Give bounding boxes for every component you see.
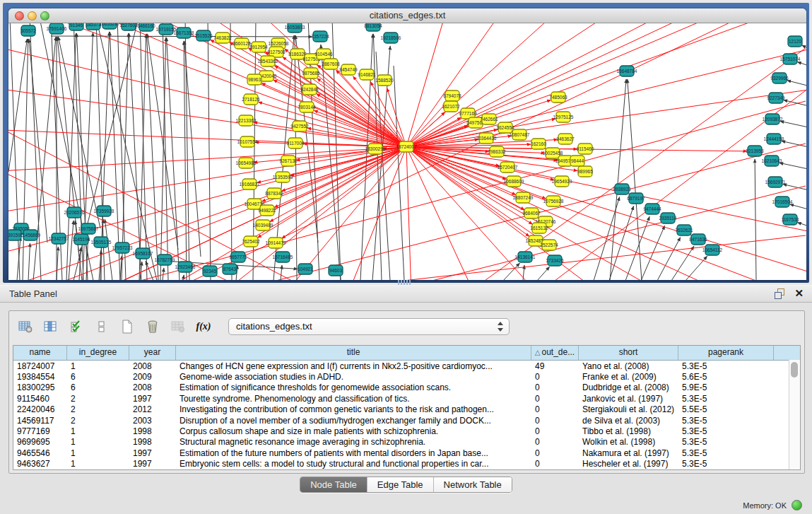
table-cell: Yano et al. (2008): [579, 361, 678, 371]
column-header-in_degree[interactable]: in_degree: [67, 346, 129, 360]
table-row[interactable]: 969969511998Structural magnetic resonanc…: [13, 437, 800, 448]
graph-node-label: 10654112: [702, 247, 723, 252]
select-all-checks-icon[interactable]: [69, 319, 84, 334]
table-cell: Structural magnetic resonance image aver…: [176, 437, 531, 447]
graph-node-label: 16671358: [174, 30, 194, 35]
vertical-scrollbar[interactable]: [789, 360, 800, 469]
graph-node-label: 9427552: [290, 124, 309, 129]
graph-node-label: 2522574: [540, 243, 558, 247]
table-row[interactable]: 1938455462009Genome-wide association stu…: [13, 371, 800, 382]
table-settings-icon[interactable]: [18, 319, 33, 334]
network-titlebar[interactable]: citations_edges.txt: [8, 8, 806, 23]
black-edge: [69, 221, 73, 280]
graph-node-label: 16958107: [133, 251, 153, 256]
panel-splitter-handle[interactable]: [398, 280, 412, 285]
table-row[interactable]: 2242004622012Investigating the contribut…: [13, 404, 800, 415]
show-columns-icon[interactable]: [43, 319, 59, 334]
column-header-title[interactable]: title: [176, 346, 531, 360]
graph-node-label: 37691406: [47, 26, 67, 31]
table-cell: Stergiakouli et al. (2012): [579, 404, 678, 414]
table-row[interactable]: 946362711997Embryonic stem cells: a mode…: [13, 459, 800, 469]
table-cell: Investigating the contribution of common…: [176, 404, 531, 414]
table-cell: 9115460: [13, 394, 67, 404]
column-header-year[interactable]: year: [129, 346, 176, 360]
function-builder-icon[interactable]: f(x): [196, 319, 211, 334]
graph-node-label: 9267130: [279, 158, 298, 163]
network-graph-canvas[interactable]: 1872400774638228660128891295415226058912…: [8, 23, 806, 280]
table-cell: Wolkin et al. (1998): [579, 437, 678, 447]
red-edge: [282, 147, 406, 238]
table-cell: 5.9E-5: [678, 382, 774, 392]
table-cell: de Silva et al. (2003): [579, 416, 678, 426]
network-window: citations_edges.txt 18724007746382286601…: [8, 8, 806, 280]
graph-node-label: 9875685: [302, 71, 320, 76]
column-header-filler: [774, 346, 801, 360]
table-toolbar: f(x) citations_edges.txt: [9, 311, 804, 342]
clear-checks-icon[interactable]: [94, 319, 110, 334]
red-edge: [316, 94, 406, 147]
column-header-short[interactable]: short: [579, 346, 678, 360]
table-cell: 2012: [129, 404, 176, 414]
table-cell: 5.3E-5: [678, 394, 774, 404]
table-cell: 0: [531, 404, 579, 414]
memory-status-indicator[interactable]: [792, 500, 802, 510]
graph-node-label: 17957223: [112, 245, 133, 250]
column-header-name[interactable]: name: [13, 346, 67, 360]
delete-trash-icon[interactable]: [145, 319, 160, 334]
tab-network-table[interactable]: Network Table: [434, 477, 512, 492]
graph-node-label: 10025458: [543, 151, 563, 156]
table-cell: Disruption of a novel member of a sodium…: [176, 416, 531, 426]
network-select-combo[interactable]: citations_edges.txt: [228, 318, 510, 335]
table-row[interactable]: 1456911722003Disruption of a novel membe…: [13, 415, 800, 426]
table-row[interactable]: 977716911998Corpus callosum shape and si…: [13, 426, 800, 436]
memory-status-label: Memory: OK: [743, 501, 787, 510]
graph-node-label: 162160: [531, 141, 546, 146]
close-panel-icon[interactable]: ✕: [794, 287, 804, 300]
table-row[interactable]: 1872400712008Changes of HCN gene express…: [13, 361, 800, 371]
scrollbar-thumb[interactable]: [791, 362, 798, 378]
graph-node-label: 9117004: [287, 141, 305, 146]
tab-edge-table[interactable]: Edge Table: [367, 477, 434, 492]
float-window-icon[interactable]: [775, 288, 785, 299]
graph-node-label: 10914479: [266, 240, 286, 245]
graph-node-label: 1588520: [375, 78, 394, 83]
graph-node-label: 9146821: [358, 72, 376, 77]
graph-node-label: 19654923: [552, 179, 572, 184]
graph-node-label: 19218506: [381, 35, 401, 40]
column-header-out_de[interactable]: △out_de...: [531, 346, 579, 360]
table-cell: 0: [531, 416, 579, 426]
tab-node-table[interactable]: Node Table: [300, 477, 367, 492]
table-panel-header: Table Panel ✕: [0, 286, 812, 303]
black-edge: [105, 219, 112, 280]
table-cell: Franke et al. (2009): [579, 372, 678, 382]
graph-node-label: 10688609: [504, 179, 524, 184]
graph-node-label: 1733426: [546, 258, 564, 263]
graph-node-label: 18724007: [396, 144, 417, 149]
table-cell: 2: [67, 404, 129, 414]
table-row[interactable]: 946554611997Estimation of the future num…: [13, 448, 800, 458]
black-edge: [755, 159, 756, 280]
column-header-pagerank[interactable]: pagerank: [678, 346, 774, 360]
graph-node-label: 12120: [789, 39, 801, 44]
new-document-icon[interactable]: [119, 319, 135, 334]
graph-node-label: 2935114: [659, 216, 677, 221]
table-row[interactable]: 911546021997Tourette syndrome. Phenomeno…: [13, 393, 800, 404]
graph-node-label: 10107554: [237, 139, 258, 144]
graph-node-label: 9463627: [556, 136, 575, 141]
black-edge: [17, 237, 20, 280]
graph-node-label: 20206576: [64, 210, 85, 215]
graph-node-label: 16053803: [285, 25, 305, 30]
black-edge: [23, 39, 28, 280]
red-edge: [317, 78, 406, 147]
graph-node-label: 9115460: [577, 146, 594, 151]
graph-node-label: 6466160: [137, 23, 155, 28]
table-cell: 0: [531, 382, 579, 392]
graph-node-label: 1615132: [530, 226, 548, 230]
graph-node-label: 15692971: [765, 180, 786, 185]
table-cell: 1998: [129, 437, 176, 447]
table-panel: Table Panel ✕: [0, 285, 812, 514]
table-cell: 5.3E-5: [678, 437, 774, 447]
table-row[interactable]: 1830029562008Estimation of significance …: [13, 382, 800, 393]
table-cell: 5.5E-5: [678, 404, 774, 414]
graph-node-label: 10654985: [236, 160, 257, 165]
